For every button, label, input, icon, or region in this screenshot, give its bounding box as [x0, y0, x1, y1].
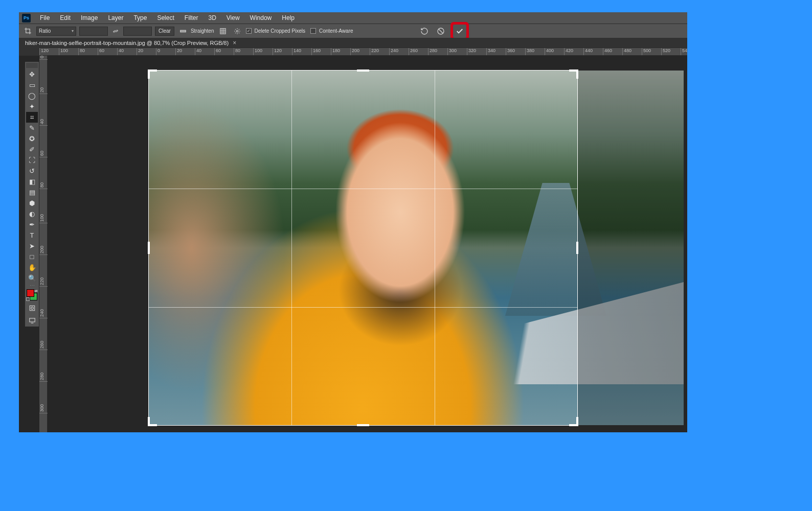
- swap-colors-icon[interactable]: ⇄: [34, 289, 38, 293]
- photoshop-window: Ps File Edit Image Layer Type Select Fil…: [19, 12, 687, 432]
- cancel-crop-button[interactable]: [434, 25, 447, 38]
- ruler-tick: 480: [622, 48, 631, 56]
- toolbox-divider: ⋯: [26, 284, 38, 287]
- ratio-preset-select[interactable]: Ratio ▾: [36, 27, 76, 36]
- document-tab-title: hiker-man-taking-selfie-portrait-top-mou…: [25, 40, 229, 46]
- menu-file[interactable]: File: [36, 13, 54, 22]
- menu-window[interactable]: Window: [246, 13, 276, 22]
- delete-cropped-checkbox[interactable]: [246, 28, 252, 34]
- pen-tool[interactable]: ✒: [26, 219, 38, 230]
- crop-overlay-button[interactable]: [217, 26, 229, 37]
- menu-3d[interactable]: 3D: [204, 13, 220, 22]
- crop-handle-bl[interactable]: [148, 417, 150, 426]
- history-brush-tool[interactable]: ↺: [26, 166, 38, 176]
- crop-handle-t[interactable]: [357, 69, 369, 72]
- menu-type[interactable]: Type: [129, 13, 151, 22]
- ruler-tick: 60: [39, 151, 48, 157]
- ruler-tick: 540: [681, 48, 687, 56]
- ruler-tick: 260: [409, 48, 418, 56]
- ruler-tick: 180: [331, 48, 340, 56]
- ruler-tick: 220: [39, 277, 48, 287]
- crop-shield: [577, 71, 684, 425]
- ruler-tick: 140: [292, 48, 301, 56]
- ruler-tick: 300: [39, 404, 48, 413]
- ruler-tick: 60: [214, 48, 221, 56]
- menu-filter[interactable]: Filter: [181, 13, 202, 22]
- foreground-color-swatch[interactable]: [27, 289, 34, 297]
- crop-handle-r[interactable]: [576, 242, 578, 254]
- ruler-tick: 20: [175, 48, 182, 56]
- ruler-tick: 160: [311, 48, 321, 56]
- brush-tool[interactable]: ✐: [26, 144, 38, 155]
- clone-stamp-tool[interactable]: ⛶: [26, 155, 38, 166]
- screen-mode-button[interactable]: [26, 315, 38, 326]
- workspace: 020406080100200220240260280300 ✥▭◯✦⌗✎✪✐⛶…: [19, 56, 687, 432]
- gradient-tool[interactable]: ▤: [26, 187, 38, 198]
- blur-tool[interactable]: ⬢: [26, 198, 38, 208]
- type-tool[interactable]: T: [26, 230, 38, 241]
- swap-dimensions-button[interactable]: [111, 27, 120, 36]
- spot-heal-tool[interactable]: ✪: [26, 133, 38, 144]
- path-select-tool[interactable]: ➤: [26, 241, 38, 251]
- ruler-tick: 0: [156, 48, 160, 56]
- crop-width-input[interactable]: [79, 27, 108, 36]
- ruler-tick: 280: [428, 48, 437, 56]
- menu-layer[interactable]: Layer: [104, 13, 127, 22]
- ruler-tick: 20: [137, 48, 143, 56]
- ruler-tick: 40: [39, 119, 48, 126]
- ruler-tick: 420: [564, 48, 573, 56]
- marquee-tool[interactable]: ▭: [26, 80, 38, 90]
- straighten-label[interactable]: Straighten: [191, 28, 214, 34]
- straighten-icon[interactable]: [177, 26, 189, 37]
- lasso-tool[interactable]: ◯: [26, 90, 38, 101]
- ruler-tick: 220: [370, 48, 379, 56]
- ruler-tick: 100: [39, 214, 48, 223]
- ruler-tick: 240: [39, 309, 48, 318]
- crop-handle-b[interactable]: [357, 424, 369, 426]
- horizontal-ruler: 1201008060402002040608010012014016018020…: [39, 48, 687, 56]
- close-icon[interactable]: ×: [233, 39, 236, 47]
- dodge-tool[interactable]: ◐: [26, 208, 38, 219]
- reset-crop-button[interactable]: [418, 25, 431, 38]
- ruler-tick: 200: [39, 246, 48, 255]
- menu-image[interactable]: Image: [77, 13, 102, 22]
- crop-handle-tl[interactable]: [148, 69, 150, 79]
- crop-handle-br[interactable]: [576, 417, 578, 426]
- hand-tool[interactable]: ✋: [26, 262, 38, 273]
- crop-handle-l[interactable]: [148, 242, 150, 254]
- eraser-tool[interactable]: ◧: [26, 176, 38, 187]
- ruler-tick: 0: [39, 56, 48, 60]
- menu-edit[interactable]: Edit: [56, 13, 75, 22]
- menu-help[interactable]: Help: [278, 13, 299, 22]
- magic-wand-tool[interactable]: ✦: [26, 101, 38, 112]
- crop-height-input[interactable]: [123, 27, 152, 36]
- toolbox-grip[interactable]: [26, 63, 38, 68]
- ruler-tick: 320: [467, 48, 476, 56]
- ruler-tick: 40: [117, 48, 124, 56]
- crop-tool[interactable]: ⌗: [26, 112, 38, 123]
- menu-view[interactable]: View: [222, 13, 244, 22]
- clear-button[interactable]: Clear: [155, 27, 174, 36]
- canvas-area[interactable]: [48, 56, 687, 432]
- ruler-tick: 500: [642, 48, 651, 56]
- content-aware-checkbox[interactable]: [310, 28, 316, 34]
- ratio-preset-label: Ratio: [39, 28, 51, 34]
- content-aware-label: Content-Aware: [319, 28, 353, 34]
- app-logo: Ps: [22, 14, 31, 22]
- svg-rect-6: [29, 318, 35, 322]
- options-bar: Ratio ▾ Clear Straighten Delete Cropped …: [19, 24, 687, 38]
- crop-box[interactable]: [149, 71, 577, 425]
- default-colors-icon[interactable]: [26, 297, 30, 301]
- ruler-tick: 280: [39, 373, 48, 382]
- quick-mask-button[interactable]: [26, 303, 38, 313]
- menu-select[interactable]: Select: [153, 13, 178, 22]
- eyedropper-tool[interactable]: ✎: [26, 123, 38, 133]
- svg-rect-4: [30, 306, 34, 310]
- move-tool[interactable]: ✥: [26, 69, 38, 80]
- crop-options-button[interactable]: [232, 26, 243, 37]
- document-tab[interactable]: hiker-man-taking-selfie-portrait-top-mou…: [21, 38, 240, 48]
- crop-handle-tr[interactable]: [576, 69, 578, 79]
- commit-crop-button[interactable]: [453, 25, 466, 38]
- shape-tool[interactable]: □: [26, 251, 38, 262]
- color-swatches[interactable]: ⇄: [26, 289, 38, 301]
